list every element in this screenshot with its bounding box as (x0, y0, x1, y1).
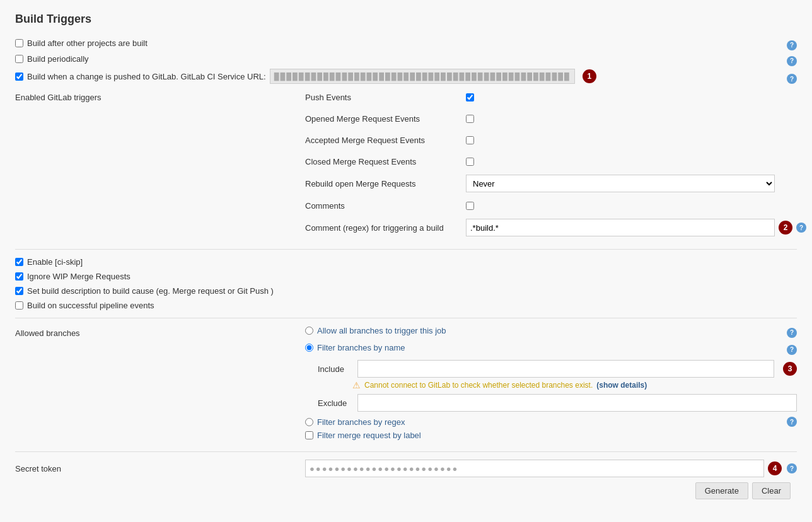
comments-row: Comments (305, 197, 806, 214)
filter-by-name-row: Filter branches by name ? (305, 343, 797, 356)
build-when-pushed-help-icon[interactable]: ? (787, 74, 797, 84)
comments-checkbox[interactable] (466, 202, 474, 210)
warning-row: ⚠ Cannot connect to GitLab to check whet… (305, 380, 797, 390)
build-after-row: Build after other projects are built ? (15, 37, 797, 53)
exclude-label: Exclude (318, 398, 352, 408)
page-container: Build Triggers Build after other project… (0, 0, 812, 522)
all-branches-row: Allow all branches to trigger this job ? (305, 326, 797, 339)
include-row: Include 3 (305, 360, 797, 378)
secret-token-section: Secret token 4 ? (15, 460, 797, 477)
closed-merge-checkbox[interactable] (466, 158, 474, 166)
filter-by-name-radio[interactable] (305, 344, 313, 352)
secret-token-help-icon[interactable]: ? (787, 463, 797, 473)
exclude-row: Exclude (305, 394, 797, 412)
filter-by-name-label: Filter branches by name (317, 343, 405, 352)
accepted-merge-checkbox[interactable] (466, 136, 474, 144)
push-events-row: Push Events (305, 89, 806, 105)
divider-2 (15, 318, 797, 318)
ignore-wip-row: Ignore WIP Merge Requests (15, 272, 797, 281)
enabled-gitlab-controls: Push Events Opened Merge Request Events … (305, 89, 806, 241)
opened-merge-label: Opened Merge Request Events (305, 114, 466, 124)
comment-regex-label: Comment (regex) for triggering a build (305, 223, 466, 233)
gitlab-ci-url-display: ████████████████████████████████████████… (270, 69, 575, 84)
warning-icon: ⚠ (352, 380, 361, 390)
set-build-desc-row: Set build description to build cause (eg… (15, 286, 797, 296)
comment-regex-help-icon[interactable]: ? (796, 223, 806, 233)
show-details-link[interactable]: (show details) (596, 381, 647, 390)
build-after-checkbox-row: Build after other projects are built (15, 37, 148, 49)
ignore-wip-label: Ignore WIP Merge Requests (27, 272, 130, 281)
allowed-branches-content: Allow all branches to trigger this job ?… (305, 326, 797, 444)
enabled-gitlab-section: Enabled GitLab triggers Push Events Open… (15, 89, 797, 241)
filter-by-regex-radio[interactable] (305, 418, 313, 426)
all-branches-radio-row: Allow all branches to trigger this job (305, 326, 446, 335)
secret-token-input[interactable] (305, 460, 764, 477)
warning-text: Cannot connect to GitLab to check whethe… (364, 381, 593, 390)
filter-merge-request-row: Filter merge request by label (305, 431, 797, 440)
filter-by-regex-label: Filter branches by regex (317, 417, 405, 427)
build-when-checkbox-row: Build when a change is pushed to GitLab.… (15, 69, 596, 84)
build-after-help-icon[interactable]: ? (787, 40, 797, 50)
include-label: Include (318, 364, 352, 374)
build-after-label: Build after other projects are built (27, 38, 148, 48)
ci-skip-label: Enable [ci-skip] (27, 257, 83, 267)
build-periodically-label: Build periodically (27, 54, 89, 64)
badge-3: 3 (783, 362, 797, 376)
filter-by-regex-row: Filter branches by regex ? (305, 417, 797, 427)
all-branches-radio[interactable] (305, 327, 313, 335)
push-events-label: Push Events (305, 93, 466, 102)
accepted-merge-row: Accepted Merge Request Events (305, 132, 806, 148)
set-build-desc-label: Set build description to build cause (eg… (27, 286, 274, 296)
build-after-checkbox[interactable] (15, 39, 23, 47)
filter-merge-request-label: Filter merge request by label (317, 431, 421, 440)
page-title: Build Triggers (15, 13, 797, 26)
badge-2: 2 (779, 221, 792, 235)
set-build-desc-checkbox[interactable] (15, 287, 23, 295)
secret-token-label: Secret token (15, 464, 305, 473)
bottom-buttons: Generate Clear (15, 482, 797, 499)
build-when-pushed-label: Build when a change is pushed to GitLab.… (27, 72, 266, 81)
divider-1 (15, 249, 797, 250)
push-events-checkbox[interactable] (466, 93, 474, 102)
badge-4: 4 (768, 461, 782, 475)
rebuild-open-row: Rebuild open Merge Requests Never On pus… (305, 175, 806, 192)
build-periodically-help-icon[interactable]: ? (787, 56, 797, 66)
badge-1: 1 (583, 69, 596, 83)
exclude-input[interactable] (357, 394, 797, 412)
closed-merge-label: Closed Merge Request Events (305, 157, 466, 166)
opened-merge-row: Opened Merge Request Events (305, 110, 806, 127)
rebuild-open-select[interactable]: Never On push to source branch On push t… (466, 175, 775, 192)
all-branches-label: Allow all branches to trigger this job (317, 326, 446, 335)
accepted-merge-label: Accepted Merge Request Events (305, 136, 466, 145)
build-when-pushed-row: Build when a change is pushed to GitLab.… (15, 69, 797, 89)
comment-regex-input[interactable] (466, 219, 775, 236)
build-periodically-checkbox[interactable] (15, 55, 23, 63)
divider-3 (15, 451, 797, 452)
opened-merge-checkbox[interactable] (466, 115, 474, 123)
include-input[interactable] (357, 360, 774, 378)
closed-merge-row: Closed Merge Request Events (305, 153, 806, 170)
build-on-pipeline-label: Build on successful pipeline events (27, 301, 154, 310)
build-periodically-checkbox-row: Build periodically (15, 53, 89, 65)
enabled-gitlab-label: Enabled GitLab triggers (15, 89, 305, 102)
comment-regex-row: Comment (regex) for triggering a build 2… (305, 219, 806, 236)
rebuild-open-label: Rebuild open Merge Requests (305, 179, 466, 188)
ci-skip-row: Enable [ci-skip] (15, 257, 797, 267)
all-branches-help-icon[interactable]: ? (787, 328, 797, 338)
gitlab-ci-url-text: ████████████████████████████████████████… (274, 72, 571, 80)
filter-by-name-radio-row: Filter branches by name (305, 343, 405, 352)
allowed-branches-section: Allowed branches Allow all branches to t… (15, 326, 797, 444)
build-periodically-row: Build periodically ? (15, 53, 797, 69)
filter-by-regex-help-icon[interactable]: ? (787, 417, 797, 427)
clear-button[interactable]: Clear (752, 482, 791, 499)
generate-button[interactable]: Generate (695, 482, 748, 499)
ignore-wip-checkbox[interactable] (15, 272, 23, 281)
build-on-pipeline-row: Build on successful pipeline events (15, 301, 797, 310)
build-on-pipeline-checkbox[interactable] (15, 301, 23, 310)
build-when-pushed-checkbox[interactable] (15, 72, 23, 81)
filter-by-name-help-icon[interactable]: ? (787, 345, 797, 355)
filter-merge-request-checkbox[interactable] (305, 431, 313, 439)
comments-label: Comments (305, 201, 466, 211)
allowed-branches-label: Allowed branches (15, 326, 305, 338)
ci-skip-checkbox[interactable] (15, 258, 23, 266)
